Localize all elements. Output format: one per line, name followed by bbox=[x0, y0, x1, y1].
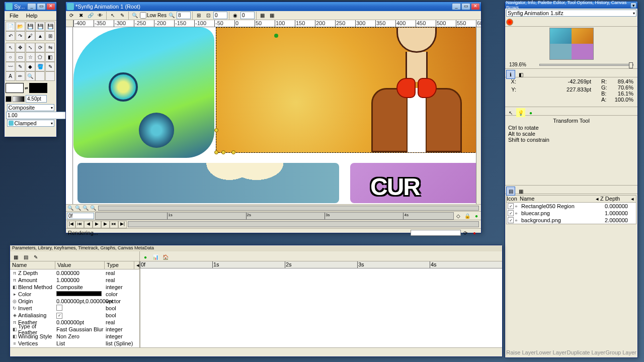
spline-tool-icon[interactable]: 〰 bbox=[6, 62, 15, 71]
stop-icon[interactable]: ✖ bbox=[76, 11, 86, 20]
layer-visible-check[interactable]: ✓ bbox=[508, 217, 514, 223]
seek-start-icon[interactable]: |◀ bbox=[67, 221, 75, 228]
zoom-tool-icon[interactable]: 🔍 bbox=[26, 71, 35, 81]
tt-btn3-icon[interactable]: 🏠 bbox=[161, 252, 170, 261]
canvas-viewport[interactable] bbox=[66, 27, 481, 204]
pointer-icon[interactable]: ↖ bbox=[108, 11, 117, 20]
status-refresh-icon[interactable]: ⟳ bbox=[461, 228, 470, 237]
redo-icon[interactable]: ↷ bbox=[16, 31, 25, 41]
open-icon[interactable]: 📂 bbox=[16, 22, 25, 31]
layer-action-button[interactable]: Lower Layer bbox=[536, 349, 567, 355]
panel-layer[interactable] bbox=[77, 163, 339, 203]
edit-icon[interactable]: ✎ bbox=[118, 11, 127, 20]
time-current-input[interactable] bbox=[67, 213, 94, 219]
scale-tool-icon[interactable]: ⤡ bbox=[26, 43, 35, 52]
swap-colors-icon[interactable]: ⇄ bbox=[25, 86, 28, 90]
minimize-button[interactable]: _ bbox=[452, 3, 461, 10]
y-input[interactable] bbox=[240, 12, 255, 19]
onion-icon[interactable]: ◉ bbox=[231, 11, 240, 20]
param-row[interactable]: ◈Antialiasing✓bool bbox=[10, 312, 139, 319]
saveas-icon[interactable]: 💾 bbox=[35, 22, 45, 31]
link-icon[interactable]: 🔗 bbox=[86, 11, 95, 20]
blend-mode-combo[interactable]: Composite bbox=[7, 104, 54, 111]
play-icon[interactable]: ▶ bbox=[93, 221, 101, 228]
hscrollbar[interactable] bbox=[98, 206, 479, 211]
tt-btn2-icon[interactable]: 📊 bbox=[151, 252, 160, 261]
panel-layer[interactable] bbox=[350, 163, 481, 203]
layer-action-button[interactable]: Group Layer bbox=[606, 349, 636, 355]
grid-icon[interactable]: ⊞ bbox=[194, 11, 203, 20]
refresh-icon[interactable]: ⟳ bbox=[67, 11, 76, 20]
param-row[interactable]: πAmount1.000000real bbox=[10, 277, 139, 284]
layer-action-button[interactable]: Raise Layer bbox=[506, 349, 536, 355]
snap-icon[interactable]: ⊡ bbox=[204, 11, 213, 20]
undo-icon[interactable]: ↶ bbox=[6, 31, 15, 41]
fg-color-swatch[interactable] bbox=[6, 83, 24, 93]
seek-next-kf-icon[interactable]: ⏭ bbox=[110, 221, 118, 228]
maximize-button[interactable]: ▭ bbox=[37, 3, 46, 10]
side-titlebar[interactable]: Navigator, Info, Palette Editor, Tool Op… bbox=[505, 2, 637, 9]
status-stop-icon[interactable]: ● bbox=[470, 228, 479, 237]
new-icon[interactable]: 📄 bbox=[6, 22, 15, 31]
param-btn1-icon[interactable]: ▦ bbox=[11, 252, 20, 261]
brush-size-input[interactable] bbox=[26, 95, 47, 103]
param-btn2-icon[interactable]: ▤ bbox=[21, 252, 30, 261]
polygon-tool-icon[interactable]: ⬠ bbox=[35, 52, 45, 62]
gradient-swatch[interactable] bbox=[13, 96, 25, 102]
seek-end-icon[interactable]: ▶| bbox=[118, 221, 127, 228]
seek-prev-kf-icon[interactable]: ⏮ bbox=[75, 221, 84, 228]
param-row[interactable]: ◧Type of FeatherFast Gaussian Blurintege… bbox=[10, 326, 139, 333]
param-row[interactable]: ≡VerticesListlist (Spline) bbox=[10, 340, 139, 347]
transform-tool-icon[interactable]: ↖ bbox=[6, 43, 15, 52]
rect-tool-icon[interactable]: ▭ bbox=[16, 52, 25, 62]
opt-pointer-icon[interactable]: ↖ bbox=[506, 108, 515, 117]
zoom-slider[interactable] bbox=[539, 64, 633, 66]
preview-render-icon[interactable]: ▦ bbox=[268, 11, 277, 20]
seek-prev-icon[interactable]: ◀ bbox=[84, 221, 93, 228]
navigator-thumbnail[interactable] bbox=[549, 28, 594, 60]
keyframe-icon[interactable]: ◇ bbox=[454, 211, 463, 220]
close-button[interactable]: ✕ bbox=[471, 3, 480, 10]
tt-btn1-icon[interactable]: ● bbox=[141, 252, 150, 261]
layer-row[interactable]: ✓▫background.png2.000000 bbox=[507, 217, 636, 224]
bg-color-swatch[interactable] bbox=[29, 83, 47, 93]
nav-target-icon[interactable] bbox=[506, 19, 513, 26]
quality-input[interactable] bbox=[177, 12, 191, 19]
layers-tab-icon[interactable]: ▤ bbox=[506, 187, 515, 196]
gradient-tool-icon[interactable]: ◧ bbox=[45, 52, 55, 62]
eyedrop-tool-icon[interactable]: ✎ bbox=[45, 62, 55, 71]
help-menu[interactable]: Help bbox=[23, 12, 41, 20]
handle[interactable] bbox=[231, 150, 235, 154]
rotate-tool-icon[interactable]: ⟳ bbox=[35, 43, 45, 52]
circle-tool-icon[interactable]: ○ bbox=[6, 52, 15, 62]
canvasbrowse-tab-icon[interactable]: ▦ bbox=[516, 187, 525, 196]
handle[interactable] bbox=[214, 150, 218, 154]
width-tool-icon[interactable]: ◆ bbox=[26, 62, 35, 71]
zoom-out-icon[interactable]: 🔍 bbox=[90, 205, 97, 211]
layer-row[interactable]: ✓▫Rectangle050 Region0.000000 bbox=[507, 203, 636, 210]
param-btn3-icon[interactable]: ✎ bbox=[31, 252, 40, 261]
layer-visible-check[interactable]: ✓ bbox=[508, 203, 514, 209]
timetrack-ruler[interactable]: 0f1s2s3s4s bbox=[140, 261, 502, 268]
handle[interactable] bbox=[221, 150, 225, 154]
handle[interactable] bbox=[214, 128, 218, 132]
zoom-100-icon[interactable]: 🔍 bbox=[82, 205, 89, 211]
animate-mode-icon[interactable]: ● bbox=[472, 211, 481, 220]
mirror-tool-icon[interactable]: ⇋ bbox=[45, 43, 55, 52]
close-button[interactable]: ✕ bbox=[46, 3, 55, 10]
text-tool-icon[interactable]: A bbox=[6, 71, 15, 81]
canvas-titlebar[interactable]: *Synfig Animation 1 (Root) _ ▭ ✕ bbox=[66, 2, 481, 11]
bluecar-layer[interactable] bbox=[73, 27, 214, 158]
bucket-icon[interactable]: ▲ bbox=[35, 31, 45, 41]
opt-green-icon[interactable]: ● bbox=[526, 108, 535, 117]
params-hscroll[interactable] bbox=[10, 347, 502, 354]
layer-type-combo[interactable]: Clamped bbox=[7, 120, 54, 127]
param-row[interactable]: ◧Blend MethodCompositeinteger bbox=[10, 284, 139, 291]
star-tool-icon[interactable]: ☆ bbox=[26, 52, 35, 62]
params-tabs[interactable]: Parameters, Library, Keyframes, Timetrac… bbox=[10, 245, 502, 251]
param-row[interactable]: ◎Origin0.000000pt,0.000000ptvector bbox=[10, 298, 139, 305]
vscrollbar[interactable] bbox=[476, 27, 481, 204]
x-input[interactable] bbox=[213, 12, 227, 19]
toolbox-titlebar[interactable]: Sy... _ ▭ ✕ bbox=[5, 2, 56, 11]
layer-row[interactable]: ✓▫bluecar.png1.000000 bbox=[507, 210, 636, 217]
